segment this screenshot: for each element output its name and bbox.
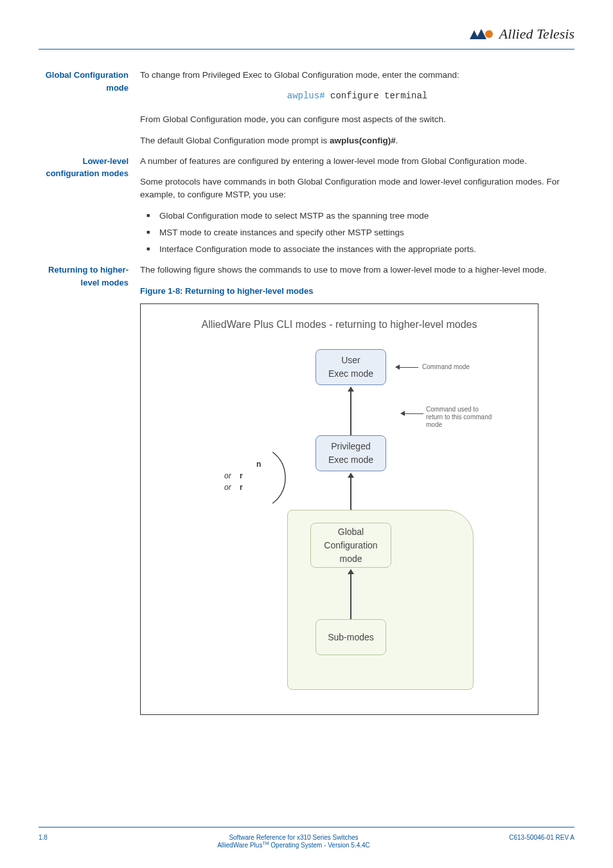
legend-arrow-1 bbox=[395, 365, 400, 370]
bullet-item: Global Configuration mode to select MSTP… bbox=[147, 210, 574, 222]
label-r2: r bbox=[240, 483, 243, 492]
svg-point-2 bbox=[485, 30, 493, 38]
lower-p2: Some protocols have commands in both Glo… bbox=[140, 176, 574, 202]
footer-line2-sup: TM bbox=[262, 841, 269, 845]
footer-page-number: 1.8 bbox=[39, 834, 103, 841]
footer-center: Software Reference for x310 Series Switc… bbox=[103, 834, 484, 849]
section-label-global: Global Configuration mode bbox=[39, 69, 129, 155]
box-user-exec: User Exec mode bbox=[315, 349, 386, 385]
box-priv-line2: Exec mode bbox=[316, 453, 386, 467]
arrow-head-sub-to-global bbox=[348, 569, 354, 574]
command-block: awplus# configure terminal bbox=[140, 89, 574, 103]
cli-modes-diagram: AlliedWare Plus CLI modes - returning to… bbox=[140, 303, 538, 715]
brand-logo: Allied Telesis bbox=[470, 26, 574, 42]
logo-text: Allied Telesis bbox=[499, 26, 574, 42]
arrow-sub-to-global bbox=[350, 573, 351, 619]
box-global-config: Global Configuration mode bbox=[310, 523, 391, 568]
label-or1: or bbox=[224, 471, 231, 480]
label-n: n bbox=[256, 458, 261, 470]
bullet-item: MST mode to create instances and specify… bbox=[147, 226, 574, 239]
box-global-line2: Configuration bbox=[311, 539, 391, 552]
global-p3-bold: awplus(config)# bbox=[330, 136, 396, 145]
label-r1: r bbox=[240, 471, 243, 480]
footer-line1: Software Reference for x310 Series Switc… bbox=[103, 834, 484, 841]
box-sub-text: Sub-modes bbox=[316, 631, 386, 644]
box-global-line1: Global bbox=[311, 525, 391, 539]
diagram-title: AlliedWare Plus CLI modes - returning to… bbox=[141, 317, 538, 332]
global-p3-pre: The default Global Configuration mode pr… bbox=[140, 136, 330, 145]
curve-bracket-icon bbox=[266, 452, 305, 503]
footer-line2-post: Operating System - Version 5.4.4C bbox=[269, 842, 370, 849]
cmd-text: configure terminal bbox=[325, 91, 428, 101]
global-p3: The default Global Configuration mode pr… bbox=[140, 134, 574, 147]
arrow-head-global-to-priv bbox=[348, 473, 354, 478]
footer-rev: C613-50046-01 REV A bbox=[484, 834, 574, 841]
legend-text-1: Command mode bbox=[422, 363, 470, 371]
box-user-exec-line2: Exec mode bbox=[316, 367, 386, 381]
legend-text-2: Command used to return to this command m… bbox=[426, 406, 497, 429]
arrow-head-priv-to-user bbox=[348, 386, 354, 392]
lower-bullets: Global Configuration mode to select MSTP… bbox=[147, 210, 574, 257]
footer-line2-pre: AlliedWare Plus bbox=[217, 842, 262, 849]
returning-p1: The following figure shows the commands … bbox=[140, 264, 574, 276]
figure-caption: Figure 1-8: Returning to higher-level mo… bbox=[140, 285, 574, 298]
section-body-global: To change from Privileged Exec to Global… bbox=[140, 69, 574, 155]
header-rule bbox=[39, 49, 574, 50]
center-labels: n or r or r bbox=[224, 458, 261, 493]
arrow-priv-to-user bbox=[350, 390, 351, 435]
page-footer: 1.8 Software Reference for x310 Series S… bbox=[39, 827, 574, 849]
label-or2: or bbox=[224, 483, 231, 492]
global-p3-post: . bbox=[396, 136, 398, 145]
box-sub-modes: Sub-modes bbox=[315, 619, 386, 655]
page-header: Allied Telesis bbox=[39, 26, 574, 42]
box-user-exec-line1: User bbox=[316, 354, 386, 367]
global-p1: To change from Privileged Exec to Global… bbox=[140, 69, 574, 82]
section-label-returning: Returning to higher-level modes bbox=[39, 264, 129, 715]
box-global-line3: mode bbox=[311, 552, 391, 566]
legend-line-1 bbox=[399, 367, 418, 368]
legend-line-2 bbox=[404, 413, 423, 414]
footer-line2: AlliedWare PlusTM Operating System - Ver… bbox=[103, 841, 484, 849]
footer-rule bbox=[39, 827, 574, 827]
legend-arrow-2 bbox=[400, 411, 405, 416]
box-priv-line1: Privileged bbox=[316, 440, 386, 453]
section-label-lower: Lower-level configuration modes bbox=[39, 155, 129, 264]
global-p2: From Global Configuration mode, you can … bbox=[140, 113, 574, 126]
bullet-item: Interface Configuration mode to associat… bbox=[147, 243, 574, 256]
cmd-prompt: awplus# bbox=[287, 91, 325, 101]
lower-p1: A number of features are configured by e… bbox=[140, 155, 574, 168]
logo-icon bbox=[470, 28, 495, 41]
section-body-returning: The following figure shows the commands … bbox=[140, 264, 574, 715]
box-priv-exec: Privileged Exec mode bbox=[315, 435, 386, 471]
svg-marker-1 bbox=[476, 29, 486, 39]
section-body-lower: A number of features are configured by e… bbox=[140, 155, 574, 264]
